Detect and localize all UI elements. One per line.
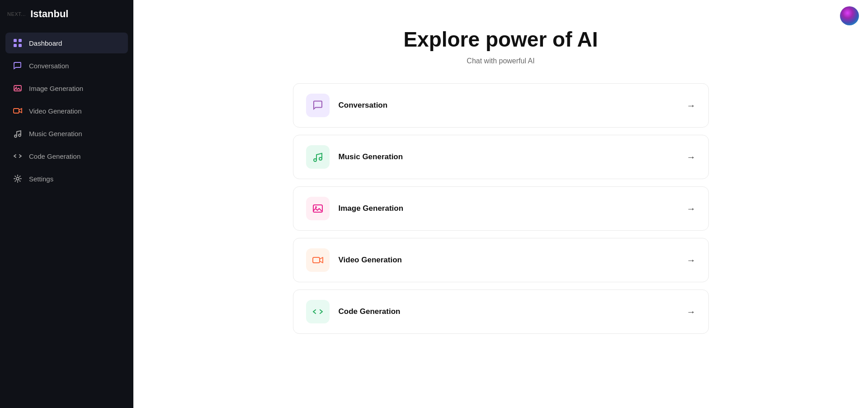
card-left: Music Generation	[306, 145, 403, 169]
svg-point-7	[14, 135, 17, 138]
sidebar-item-settings[interactable]: Settings	[5, 168, 128, 189]
card-left: Conversation	[306, 94, 388, 117]
sidebar-header: NEXT... Istanbul	[0, 0, 133, 28]
image-card-icon-wrapper	[306, 197, 330, 220]
svg-rect-2	[14, 44, 17, 47]
music-card-icon	[312, 151, 324, 163]
dashboard-icon	[13, 38, 23, 48]
card-left: Video Generation	[306, 248, 402, 272]
sidebar-item-label: Music Generation	[29, 130, 82, 138]
code-card-label: Code Generation	[339, 307, 401, 316]
sidebar-item-music-generation[interactable]: Music Generation	[5, 123, 128, 144]
video-card-icon	[312, 254, 324, 266]
sidebar-item-video-generation[interactable]: Video Generation	[5, 100, 128, 121]
conversation-card-icon	[312, 100, 324, 111]
image-generation-icon	[13, 83, 23, 93]
music-card-label: Music Generation	[339, 152, 403, 161]
page-header: Explore power of AI Chat with powerful A…	[133, 0, 868, 83]
feature-card-code-generation[interactable]: Code Generation →	[293, 289, 709, 334]
svg-rect-1	[19, 39, 22, 42]
music-generation-icon	[13, 128, 23, 138]
conversation-card-label: Conversation	[339, 101, 388, 110]
sidebar-nav: Dashboard Conversation Image Generation	[0, 28, 133, 194]
sidebar: NEXT... Istanbul Dashboard Conv	[0, 0, 133, 408]
card-left: Image Generation	[306, 197, 404, 220]
svg-point-8	[19, 134, 21, 137]
svg-rect-14	[313, 257, 320, 263]
card-left: Code Generation	[306, 300, 401, 323]
sidebar-item-label: Image Generation	[29, 85, 83, 92]
feature-card-conversation[interactable]: Conversation →	[293, 83, 709, 128]
avatar-image	[840, 6, 859, 25]
conversation-card-arrow: →	[687, 100, 696, 111]
video-card-label: Video Generation	[339, 256, 402, 265]
svg-rect-0	[14, 39, 17, 42]
sidebar-item-label: Dashboard	[29, 39, 62, 47]
sidebar-item-label: Video Generation	[29, 107, 81, 115]
image-card-arrow: →	[687, 204, 696, 214]
svg-point-9	[16, 177, 19, 180]
sidebar-item-label: Conversation	[29, 62, 69, 70]
settings-icon	[13, 174, 23, 184]
music-card-icon-wrapper	[306, 145, 330, 169]
code-generation-icon	[13, 151, 23, 161]
page-title: Explore power of AI	[142, 27, 859, 52]
video-card-arrow: →	[687, 255, 696, 266]
video-generation-icon	[13, 106, 23, 116]
features-list: Conversation → Music Generation →	[275, 83, 727, 361]
brand-prefix: NEXT...	[7, 11, 26, 17]
feature-card-video-generation[interactable]: Video Generation →	[293, 238, 709, 282]
svg-point-10	[314, 159, 316, 161]
feature-card-image-generation[interactable]: Image Generation →	[293, 186, 709, 231]
main-content: Explore power of AI Chat with powerful A…	[133, 0, 868, 408]
sidebar-item-code-generation[interactable]: Code Generation	[5, 146, 128, 166]
svg-point-13	[315, 206, 317, 208]
feature-card-music-generation[interactable]: Music Generation →	[293, 135, 709, 179]
sidebar-item-conversation[interactable]: Conversation	[5, 55, 128, 76]
sidebar-item-label: Settings	[29, 175, 53, 183]
svg-rect-6	[14, 109, 19, 113]
avatar[interactable]	[840, 6, 859, 25]
page-subtitle: Chat with powerful AI	[142, 57, 859, 65]
code-card-icon-wrapper	[306, 300, 330, 323]
code-card-arrow: →	[687, 307, 696, 317]
svg-rect-3	[19, 44, 22, 47]
svg-point-11	[319, 157, 322, 160]
sidebar-item-dashboard[interactable]: Dashboard	[5, 33, 128, 53]
music-card-arrow: →	[687, 152, 696, 162]
image-card-label: Image Generation	[339, 204, 404, 213]
sidebar-item-label: Code Generation	[29, 152, 80, 160]
conversation-card-icon-wrapper	[306, 94, 330, 117]
svg-rect-12	[313, 205, 322, 212]
conversation-icon	[13, 61, 23, 71]
video-card-icon-wrapper	[306, 248, 330, 272]
image-card-icon	[312, 203, 324, 214]
brand-name: Istanbul	[30, 8, 68, 20]
code-card-icon	[312, 306, 324, 318]
sidebar-item-image-generation[interactable]: Image Generation	[5, 78, 128, 99]
